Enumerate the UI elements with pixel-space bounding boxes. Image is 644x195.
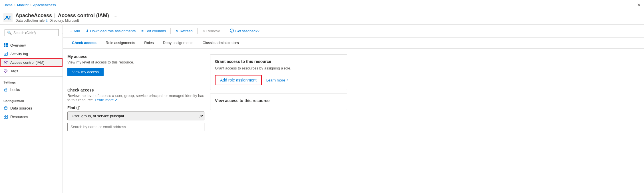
refresh-icon: ↻ [175,29,178,33]
check-access-learn-more-link[interactable]: Learn more ↗ [95,98,117,102]
grant-access-title: Grant access to this resource [215,59,342,64]
remove-icon: ✕ [202,29,205,33]
add-role-assignment-button[interactable]: Add role assignment [215,75,262,85]
svg-point-11 [5,61,6,63]
feedback-icon [230,28,234,34]
breadcrumb-home[interactable]: Home [3,3,13,7]
view-my-access-button[interactable]: View my access [67,68,104,76]
feedback-button[interactable]: Got feedback? [227,27,262,35]
resource-title: ApacheAccess [15,13,52,19]
breadcrumb-resource[interactable]: ApacheAccess [33,3,56,7]
more-options-button[interactable]: ... [114,13,117,18]
nav-divider-2 [0,95,63,95]
tab-classic-administrators[interactable]: Classic administrators [198,38,243,48]
search-icon: 🔍 [7,31,12,35]
overview-icon [3,43,8,47]
tags-icon [3,69,8,73]
close-button[interactable]: ✕ [637,2,641,8]
sidebar-item-locks[interactable]: Locks [0,85,63,94]
tab-roles[interactable]: Roles [140,38,158,48]
top-header: Home › Monitor › ApacheAccess ✕ [0,0,644,10]
svg-rect-6 [6,45,8,47]
settings-section-label: Settings [0,78,63,85]
tab-deny-assignments[interactable]: Deny assignments [158,38,198,48]
add-icon: + [70,29,72,34]
breadcrumb-monitor[interactable]: Monitor [17,3,29,7]
svg-rect-18 [4,117,5,118]
activity-log-icon [3,51,8,56]
toolbar-divider-2 [197,28,198,34]
download-icon: ⬇ [86,29,89,33]
remove-button[interactable]: ✕ Remove [200,27,222,35]
page-title: Access control (IAM) [58,13,109,19]
tab-role-assignments[interactable]: Role assignments [101,38,140,48]
download-role-assignments-button[interactable]: ⬇ Download role assignments [83,27,138,35]
check-access-title: Check access [67,88,204,92]
grant-access-description: Grant access to resources by assigning a… [215,66,342,70]
sidebar: 🔍 « Overview Activity log Access control… [0,25,63,193]
resources-icon [3,114,8,119]
svg-point-1 [6,16,8,18]
left-column: My access View my level of access to thi… [67,54,204,188]
find-info-icon[interactable]: i [76,106,80,110]
right-column: Grant access to this resource Grant acce… [210,54,347,188]
sidebar-item-tags-label: Tags [10,69,18,73]
svg-rect-19 [6,117,7,118]
svg-rect-4 [6,43,8,45]
grant-access-learn-more-link[interactable]: Learn more ↗ [266,78,289,82]
resource-info: ApacheAccess | Access control (IAM) ... … [15,13,117,23]
search-by-name-input[interactable] [67,123,204,131]
sidebar-item-data-sources-label: Data sources [10,106,32,110]
resource-type-icon [3,13,13,22]
svg-rect-17 [6,115,7,116]
page-content: My access View my level of access to thi… [63,49,644,193]
svg-rect-14 [5,89,7,91]
grant-access-actions: Add role assignment Learn more ↗ [215,75,342,85]
sidebar-item-activity-log[interactable]: Activity log [0,49,63,58]
sidebar-item-resources[interactable]: Resources [0,112,63,121]
info-icon: ℹ [46,19,48,23]
svg-point-15 [4,107,7,108]
sidebar-item-overview[interactable]: Overview [0,41,63,49]
nav-divider-1 [0,76,63,77]
svg-point-20 [230,29,234,32]
svg-point-2 [9,16,11,18]
sidebar-search[interactable]: 🔍 [5,29,59,36]
find-type-dropdown-wrapper: User, group, or service principal Manage… [67,112,204,120]
view-access-title: View access to this resource [215,98,342,103]
toolbar: + Add ⬇ Download role assignments ≡ Edit… [63,25,644,38]
my-access-title: My access [67,54,204,59]
refresh-button[interactable]: ↻ Refresh [173,27,195,35]
breadcrumb: Home › Monitor › ApacheAccess [3,3,56,7]
svg-rect-16 [4,115,5,116]
my-access-description: View my level of access to this resource… [67,60,204,64]
data-sources-icon [3,106,8,110]
section-separator [67,82,204,82]
toolbar-divider-1 [170,28,171,34]
svg-rect-3 [4,43,5,45]
svg-point-21 [232,30,232,30]
tabs: Check access Role assignments Roles Deny… [63,38,644,49]
search-input[interactable] [13,31,56,35]
configuration-section-label: Configuration [0,96,63,104]
sidebar-item-access-control[interactable]: Access control (IAM) [0,58,63,67]
find-type-dropdown[interactable]: User, group, or service principal Manage… [67,112,204,120]
access-control-icon [3,60,8,65]
toolbar-divider-3 [225,28,225,34]
lock-icon [3,87,8,92]
resource-subtitle: Data collection rule ℹ Directory: Micros… [15,19,117,23]
sidebar-item-locks-label: Locks [10,87,20,92]
grant-access-card: Grant access to this resource Grant acce… [210,54,347,90]
sidebar-item-activity-log-label: Activity log [10,52,28,56]
svg-rect-5 [4,45,5,47]
svg-rect-0 [3,13,13,22]
sidebar-item-data-sources[interactable]: Data sources [0,104,63,112]
check-access-description: Review the level of access a user, group… [67,93,204,102]
tab-check-access[interactable]: Check access [67,38,101,48]
add-button[interactable]: + Add [67,27,82,35]
view-access-card: View access to this resource [210,93,347,110]
sidebar-item-overview-label: Overview [10,43,26,47]
sidebar-item-tags[interactable]: Tags [0,67,63,75]
sidebar-item-resources-label: Resources [10,115,28,119]
edit-columns-button[interactable]: ≡ Edit columns [139,27,168,35]
